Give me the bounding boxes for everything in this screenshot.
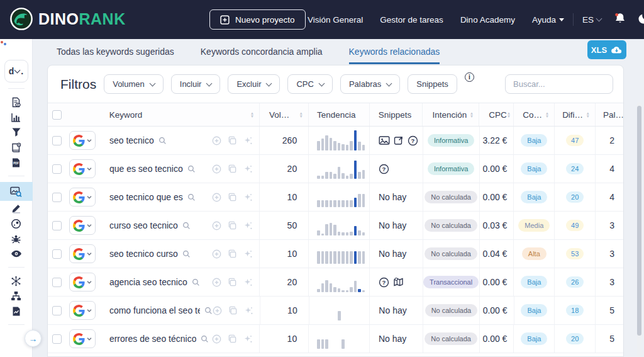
sort-icon[interactable]: ▲▼ (250, 111, 254, 118)
plus-circle-icon[interactable] (212, 164, 221, 174)
tab-keywords-concordancia-amplia[interactable]: Keywords concordancia amplia (201, 47, 323, 64)
language-selector[interactable]: ES (582, 15, 601, 25)
row-checkbox[interactable] (52, 221, 62, 230)
export-xls-button[interactable]: XLS (587, 40, 626, 59)
google-selector[interactable] (69, 301, 96, 320)
sidebar-item-donut[interactable] (0, 216, 33, 231)
filter-dropdown-cpc[interactable]: CPC (287, 74, 332, 94)
sparkle-icon[interactable] (243, 193, 253, 202)
magnifier-icon[interactable] (204, 307, 213, 315)
sort-icon[interactable]: ▲▼ (299, 111, 303, 118)
copy-icon[interactable] (228, 164, 237, 174)
sidebar-item-bar-chart[interactable] (0, 110, 33, 125)
row-checkbox[interactable] (52, 278, 62, 287)
tab-todas-las-keywords-sugeridas[interactable]: Todas las keywords sugeridas (57, 47, 174, 64)
scrollbar-thumb[interactable] (637, 106, 641, 336)
sparkle-icon[interactable] (244, 306, 253, 315)
header-vol[interactable]: Vol…▲▼ (259, 103, 308, 126)
google-selector[interactable] (69, 131, 96, 150)
sparkle-icon[interactable] (243, 334, 253, 344)
copy-icon[interactable] (228, 278, 237, 287)
brand-logo[interactable]: DINORANK (9, 7, 126, 31)
row-checkbox[interactable] (52, 136, 62, 145)
plus-circle-icon[interactable] (212, 136, 221, 145)
magnifier-icon[interactable] (192, 278, 200, 286)
magnifier-icon[interactable] (182, 222, 191, 230)
filter-button-snippets[interactable]: Snippets (408, 74, 457, 94)
sparkle-icon[interactable] (243, 221, 253, 230)
sidebar-item-pencil[interactable] (0, 201, 33, 216)
plus-circle-icon[interactable] (212, 193, 221, 202)
header-words[interactable]: Pal…▲▼ (595, 103, 623, 126)
nav-link[interactable]: Dino Academy (460, 15, 515, 25)
copy-icon[interactable] (228, 221, 237, 230)
sidebar-item-funnel[interactable] (0, 125, 33, 140)
nav-help[interactable]: Ayuda (532, 15, 564, 25)
sidebar-item-pdf[interactable]: PDF (0, 155, 33, 170)
google-selector[interactable] (69, 188, 96, 207)
sparkle-icon[interactable] (243, 136, 253, 145)
google-selector[interactable] (69, 159, 96, 178)
sparkle-icon[interactable] (243, 249, 253, 259)
filter-dropdown-incluir[interactable]: Incluir (171, 74, 221, 94)
scrollbar-track[interactable] (637, 102, 641, 357)
copy-icon[interactable] (228, 334, 237, 344)
row-checkbox[interactable] (52, 164, 62, 174)
row-checkbox[interactable] (52, 249, 62, 259)
plus-circle-icon[interactable] (212, 221, 221, 230)
row-checkbox[interactable] (52, 306, 62, 315)
sort-icon[interactable]: ▲▼ (507, 111, 511, 118)
magnifier-icon[interactable] (187, 165, 196, 173)
plus-circle-icon[interactable] (212, 278, 221, 287)
sparkle-icon[interactable] (243, 278, 253, 287)
sort-icon[interactable]: ▲▼ (470, 111, 474, 118)
header-cpc[interactable]: CPC▲▼ (479, 103, 513, 126)
google-selector[interactable] (69, 329, 96, 348)
nav-link[interactable]: Gestor de tareas (380, 15, 443, 25)
plus-circle-icon[interactable] (212, 334, 221, 344)
header-intent[interactable]: Intención▲▼ (422, 103, 479, 126)
nav-link[interactable]: Visión General (308, 15, 363, 25)
copy-icon[interactable] (228, 249, 237, 259)
sidebar-item-eye[interactable] (0, 246, 33, 261)
sidebar-item-doc-eye[interactable] (0, 94, 33, 110)
notifications-bell[interactable] (614, 12, 626, 27)
google-selector[interactable] (69, 244, 96, 263)
sidebar-expand-button[interactable]: → (25, 330, 42, 347)
copy-icon[interactable] (228, 136, 237, 145)
row-checkbox[interactable] (52, 193, 62, 202)
plus-circle-icon[interactable] (212, 249, 221, 259)
header-diff[interactable]: Difi…▲▼ (554, 103, 595, 126)
header-comp[interactable]: Co…▲▼ (513, 103, 554, 126)
header-keyword[interactable]: Keyword▲▼ (96, 103, 259, 126)
google-selector[interactable] (69, 216, 96, 235)
select-all-checkbox[interactable] (52, 110, 62, 120)
sidebar-item-doc-chart[interactable] (0, 303, 33, 319)
info-icon[interactable]: i (465, 72, 474, 82)
sidebar-item-spider[interactable] (0, 231, 33, 246)
dark-mode-toggle[interactable] (638, 13, 644, 26)
new-project-button[interactable]: Nuevo proyecto (209, 9, 306, 30)
sidebar-item-image-search[interactable] (0, 182, 33, 201)
magnifier-icon[interactable] (187, 193, 196, 201)
google-selector[interactable] (69, 273, 96, 292)
magnifier-icon[interactable] (182, 250, 191, 258)
sidebar-item-book-pin[interactable] (0, 140, 33, 155)
sort-icon[interactable]: ▲▼ (545, 111, 549, 118)
row-checkbox[interactable] (52, 334, 62, 344)
copy-icon[interactable] (228, 193, 237, 202)
tab-keywords-relacionadas[interactable]: Keywords relacionadas (349, 47, 440, 64)
sidebar-item-hub[interactable] (0, 273, 33, 288)
domain-selector[interactable]: d . (4, 60, 28, 82)
magnifier-icon[interactable] (158, 137, 167, 145)
filter-dropdown-palabras[interactable]: Palabras (340, 74, 400, 94)
sidebar-item-sitemap[interactable] (0, 288, 33, 303)
search-input[interactable] (506, 79, 624, 89)
filter-dropdown-volumen[interactable]: Volumen (104, 74, 164, 94)
copy-icon[interactable] (228, 306, 238, 315)
sparkle-icon[interactable] (243, 164, 253, 174)
magnifier-icon[interactable] (201, 335, 209, 343)
filter-dropdown-excluir[interactable]: Excluir (228, 74, 280, 94)
sort-icon[interactable]: ▲▼ (586, 111, 590, 118)
plus-circle-icon[interactable] (213, 306, 222, 315)
